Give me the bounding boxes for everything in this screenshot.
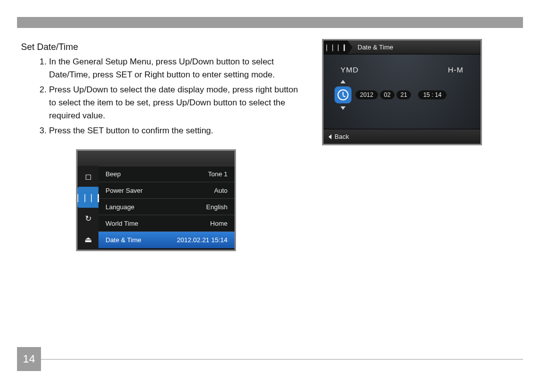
month-value[interactable]: 02 bbox=[380, 90, 394, 99]
menu-item-value: Home bbox=[210, 220, 228, 227]
clock-icon bbox=[334, 86, 352, 103]
refresh-icon: ↻ bbox=[85, 214, 92, 223]
menu-header-strip bbox=[78, 151, 234, 166]
datetime-header: ❘❘❘❙ Date & Time bbox=[324, 40, 480, 54]
instruction-step: Press the SET button to confirm the sett… bbox=[49, 124, 302, 137]
instruction-list: In the General Setup Menu, press Up/Down… bbox=[17, 55, 302, 137]
date-pills: 2012 02 21 15 : 14 bbox=[356, 90, 446, 99]
year-value[interactable]: 2012 bbox=[356, 90, 378, 99]
date-format-spinner[interactable] bbox=[334, 80, 352, 110]
tab-connectivity[interactable]: ⏏ bbox=[78, 229, 98, 250]
time-format-label: H-M bbox=[448, 65, 464, 74]
chevron-right-icon bbox=[348, 40, 352, 54]
instruction-step: In the General Setup Menu, press Up/Down… bbox=[49, 55, 302, 81]
instruction-step: Press Up/Down to select the date display… bbox=[49, 83, 302, 122]
date-format-label: YMD bbox=[340, 65, 358, 74]
settings-icon: ❘❘❘❙ bbox=[324, 43, 347, 51]
menu-item-value: 2012.02.21 15:14 bbox=[177, 236, 228, 244]
time-value[interactable]: 15 : 14 bbox=[418, 90, 446, 99]
instructions-column: Set Date/Time In the General Setup Menu,… bbox=[17, 39, 302, 251]
menu-item-beep[interactable]: Beep Tone 1 bbox=[98, 166, 234, 182]
menu-item-language[interactable]: Language English bbox=[98, 199, 234, 215]
menu-item-value: Tone 1 bbox=[208, 170, 228, 178]
menu-item-label: Power Saver bbox=[106, 187, 142, 194]
menu-item-world-time[interactable]: World Time Home bbox=[98, 215, 234, 232]
camera-icon: ◻ bbox=[85, 172, 92, 181]
tab-camera[interactable]: ◻ bbox=[78, 166, 98, 187]
tab-settings[interactable]: ❘❘❘❙ bbox=[78, 187, 98, 208]
document-header-bar bbox=[17, 17, 523, 28]
datetime-labels-row: YMD H-M bbox=[324, 54, 480, 77]
date-time-setting-screenshot: ❘❘❘❙ Date & Time YMD H-M 2012 02 21 15 :… bbox=[322, 39, 482, 145]
back-label[interactable]: Back bbox=[334, 133, 349, 140]
page-content: Set Date/Time In the General Setup Menu,… bbox=[17, 39, 523, 251]
settings-tab-indicator: ❘❘❘❙ bbox=[324, 40, 348, 54]
datetime-values-row: 2012 02 21 15 : 14 bbox=[324, 77, 480, 115]
chevron-down-icon bbox=[340, 106, 346, 110]
general-setup-menu-screenshot: ◻ ❘❘❘❙ ↻ ⏏ Beep Tone 1 bbox=[76, 149, 236, 251]
menu-item-power-saver[interactable]: Power Saver Auto bbox=[98, 182, 234, 199]
datetime-title: Date & Time bbox=[358, 43, 394, 51]
menu-item-label: Date & Time bbox=[106, 236, 142, 244]
chevron-up-icon bbox=[340, 80, 346, 83]
menu-item-value: Auto bbox=[214, 187, 228, 194]
tab-refresh[interactable]: ↻ bbox=[78, 208, 98, 229]
page-footer: 14 bbox=[17, 347, 523, 371]
menu-side-tabs: ◻ ❘❘❘❙ ↻ ⏏ bbox=[78, 166, 98, 250]
day-value[interactable]: 21 bbox=[396, 90, 411, 99]
page-number: 14 bbox=[17, 347, 41, 371]
menu-item-label: Language bbox=[106, 203, 134, 211]
settings-icon: ❘❘❘❙ bbox=[74, 193, 102, 202]
footer-rule bbox=[41, 359, 523, 360]
back-icon bbox=[328, 134, 332, 139]
menu-item-label: World Time bbox=[106, 220, 138, 227]
menu-items: Beep Tone 1 Power Saver Auto Language En… bbox=[98, 166, 234, 250]
menu-item-date-time[interactable]: Date & Time 2012.02.21 15:14 bbox=[98, 232, 234, 248]
datetime-footer: Back bbox=[324, 129, 480, 144]
connectivity-icon: ⏏ bbox=[84, 235, 92, 244]
section-title: Set Date/Time bbox=[21, 42, 302, 52]
menu-item-label: Beep bbox=[106, 170, 120, 178]
menu-item-value: English bbox=[206, 203, 228, 211]
